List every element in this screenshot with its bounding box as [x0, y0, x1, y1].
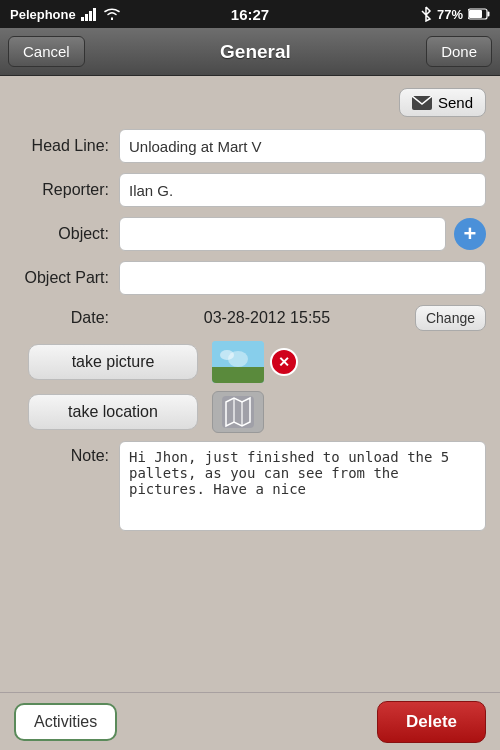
headline-label: Head Line:	[14, 137, 119, 155]
send-button-label: Send	[438, 94, 473, 111]
bluetooth-icon	[420, 6, 432, 22]
headline-row: Head Line:	[14, 129, 486, 163]
send-row: Send	[14, 88, 486, 117]
headline-input[interactable]	[119, 129, 486, 163]
date-row: Date: 03-28-2012 15:55 Change	[14, 305, 486, 331]
reporter-input[interactable]	[119, 173, 486, 207]
note-label: Note:	[14, 441, 119, 465]
status-time: 16:27	[231, 6, 269, 23]
status-right: 77%	[420, 6, 490, 22]
envelope-icon	[412, 96, 432, 110]
take-picture-button[interactable]: take picture	[28, 344, 198, 380]
picture-thumbnail	[212, 341, 264, 383]
take-location-button[interactable]: take location	[28, 394, 198, 430]
cancel-button[interactable]: Cancel	[8, 36, 85, 67]
status-left: Pelephone	[10, 7, 120, 22]
object-input[interactable]	[119, 217, 446, 251]
status-bar: Pelephone 16:27 77%	[0, 0, 500, 28]
reporter-label: Reporter:	[14, 181, 119, 199]
change-date-button[interactable]: Change	[415, 305, 486, 331]
send-button[interactable]: Send	[399, 88, 486, 117]
battery-icon	[468, 8, 490, 20]
svg-rect-1	[85, 14, 88, 21]
add-object-button[interactable]: +	[454, 218, 486, 250]
svg-rect-6	[469, 10, 482, 18]
signal-icon	[81, 7, 99, 21]
delete-picture-button[interactable]	[270, 348, 298, 376]
svg-rect-2	[89, 11, 92, 21]
date-label: Date:	[14, 309, 119, 327]
object-part-input[interactable]	[119, 261, 486, 295]
picture-preview	[212, 341, 264, 383]
activities-button[interactable]: Activities	[14, 703, 117, 741]
take-picture-row: take picture	[14, 341, 486, 383]
bottom-bar: Activities Delete	[0, 692, 500, 750]
svg-point-11	[220, 350, 234, 360]
svg-rect-5	[488, 12, 490, 17]
note-textarea[interactable]: Hi Jhon, just finished to unload the 5 p…	[119, 441, 486, 531]
object-row: Object: +	[14, 217, 486, 251]
done-button[interactable]: Done	[426, 36, 492, 67]
navbar: Cancel General Done	[0, 28, 500, 76]
date-value: 03-28-2012 15:55	[119, 309, 415, 327]
carrier-text: Pelephone	[10, 7, 76, 22]
note-row: Note: Hi Jhon, just finished to unload t…	[14, 441, 486, 531]
svg-rect-3	[93, 8, 96, 21]
object-part-row: Object Part:	[14, 261, 486, 295]
take-location-row: take location	[14, 391, 486, 433]
content-area: Send Head Line: Reporter: Object: + Obje…	[0, 76, 500, 692]
reporter-row: Reporter:	[14, 173, 486, 207]
map-icon	[222, 396, 254, 428]
map-icon-box	[212, 391, 264, 433]
svg-rect-9	[212, 367, 264, 383]
object-part-label: Object Part:	[14, 269, 119, 287]
page-title: General	[220, 41, 291, 63]
object-label: Object:	[14, 225, 119, 243]
wifi-icon	[104, 8, 120, 20]
battery-text: 77%	[437, 7, 463, 22]
svg-rect-0	[81, 17, 84, 21]
delete-button[interactable]: Delete	[377, 701, 486, 743]
object-input-group: +	[119, 217, 486, 251]
